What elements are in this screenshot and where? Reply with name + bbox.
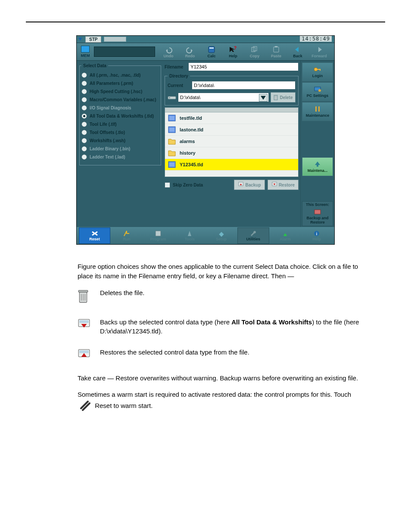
doc-restore-row: Restores the selected control data type … — [78, 348, 359, 361]
file-list-header — [165, 108, 298, 112]
svg-rect-9 — [274, 47, 279, 52]
radio-icon — [81, 146, 87, 152]
file-name: alarms — [180, 139, 195, 144]
run-icon — [122, 230, 131, 237]
pc-settings-button[interactable]: PC Settings — [302, 82, 333, 101]
backup-label: Backup — [245, 183, 261, 187]
help-pointer-icon: ? — [229, 46, 237, 53]
bottom-help-button[interactable]: i Help — [302, 228, 332, 243]
doc-warning: Take care — Restore overwrites without w… — [78, 373, 359, 383]
tools-button[interactable]: Tools — [174, 228, 205, 243]
paste-icon — [272, 46, 280, 53]
radio-all[interactable]: All (.prm, .hsc, .mac, .tld) — [81, 72, 159, 78]
alarm-label: Alarm — [280, 237, 291, 241]
chevron-down-icon — [259, 94, 268, 102]
this-screen-label: Backup and Restore — [303, 216, 332, 225]
radio-workshifts[interactable]: Workshifts (.wsh) — [81, 138, 159, 143]
program-label: Program — [150, 237, 166, 241]
radio-icon — [81, 89, 87, 94]
alarm-button[interactable]: Alarm — [270, 228, 301, 243]
app-tab-stp[interactable]: STP — [85, 36, 101, 43]
reset-slash-icon — [79, 400, 91, 413]
maintenance-button[interactable]: Maintenance — [302, 102, 333, 121]
maintenance-active-button[interactable]: Maintena... — [302, 157, 333, 176]
svg-rect-40 — [318, 106, 320, 112]
bottom-nav-bar: Reset Run Program Tools — [77, 227, 334, 244]
file-list[interactable]: testfile.tld lastone.tld alarms — [165, 107, 299, 177]
run-label: Run — [123, 237, 131, 241]
current-dir-label: Current — [168, 83, 192, 88]
radio-icon — [81, 72, 87, 78]
redo-label: Redo — [179, 54, 201, 58]
folder-icon — [168, 149, 176, 157]
file-icon — [168, 126, 176, 134]
copy-button[interactable]: Copy — [244, 45, 265, 58]
doc-backup-em: All Tool Data & Workshifts — [231, 318, 312, 326]
radio-icon — [81, 121, 87, 127]
program-button[interactable]: Program — [143, 228, 174, 243]
filename-label: Filename — [165, 65, 183, 69]
setup-button[interactable]: Setup — [206, 228, 237, 243]
list-item[interactable]: alarms — [165, 136, 298, 147]
restore-button[interactable]: Restore — [268, 180, 299, 190]
radio-icon — [81, 154, 87, 160]
this-screen-panel: This Screen: Backup and Restore — [302, 201, 333, 226]
list-item[interactable]: lastone.tld — [165, 124, 298, 136]
list-item[interactable]: testfile.tld — [165, 112, 298, 124]
help-button[interactable]: ? Help — [222, 45, 244, 58]
back-button[interactable]: Back — [287, 45, 308, 58]
radio-all-tool-data-workshifts[interactable]: All Tool Data & Workshifts (.tld) — [81, 113, 159, 119]
maintenance-label: Maintenance — [306, 113, 330, 118]
select-data-legend: Select Data — [81, 63, 108, 68]
svg-marker-41 — [315, 162, 320, 165]
paste-label: Paste — [265, 54, 287, 58]
run-button[interactable]: Run — [111, 228, 142, 243]
svg-rect-48 — [219, 232, 224, 236]
current-dir-field[interactable]: D:\x\data\ — [192, 81, 296, 90]
login-button[interactable]: Login — [302, 62, 333, 81]
document-body: Figure option choices show the ones appl… — [78, 262, 359, 413]
radio-label: Tool Life (.tlf) — [90, 122, 117, 127]
radio-high-speed-cutting[interactable]: High Speed Cutting (.hsc) — [81, 89, 159, 94]
key-icon — [313, 66, 322, 73]
list-item[interactable]: history — [165, 147, 298, 159]
drive-dropdown[interactable]: D:\x\data\ — [178, 93, 269, 102]
redo-button[interactable]: Redo — [179, 45, 201, 58]
directory-group: Directory Current D:\x\data\ D:\x\data\ — [165, 74, 299, 106]
forward-arrow-icon — [315, 46, 324, 53]
backup-button[interactable]: Backup — [234, 180, 265, 190]
reset-label: Reset — [89, 237, 100, 241]
file-name: history — [180, 150, 196, 156]
calc-button[interactable]: Calc — [201, 45, 222, 58]
system-menu-icon[interactable] — [78, 36, 84, 42]
radio-all-parameters[interactable]: All Parameters (.prm) — [81, 81, 159, 86]
file-name: testfile.tld — [180, 115, 202, 121]
reset-button[interactable]: Reset — [79, 227, 110, 244]
trash-icon — [273, 94, 278, 100]
copy-icon — [250, 46, 259, 53]
filename-input[interactable]: Y12345 — [188, 62, 299, 71]
skip-zero-checkbox[interactable] — [165, 182, 170, 188]
back-arrow-icon — [293, 46, 302, 53]
drive-dropdown-value: D:\x\data\ — [180, 95, 200, 100]
radio-tool-offsets[interactable]: Tool Offsets (.tlo) — [81, 130, 159, 135]
restore-icon — [78, 348, 93, 361]
radio-macro-common-vars[interactable]: Macro/Common Variables (.mac) — [81, 97, 159, 103]
mem-label: MEM — [77, 53, 94, 58]
mode-display-strip — [94, 47, 155, 57]
radio-label: Tool Offsets (.tlo) — [90, 130, 125, 135]
forward-button[interactable]: Forward — [308, 45, 330, 58]
radio-io-signal-diagnosis: I/O Signal Diagnosis — [81, 105, 159, 111]
utilities-button[interactable]: Utilities — [237, 227, 269, 244]
mem-icon — [81, 46, 90, 53]
delete-file-button[interactable]: Delete — [271, 92, 296, 103]
list-item-selected[interactable]: Y12345.tld — [165, 159, 298, 171]
delete-label: Delete — [280, 95, 293, 100]
svg-rect-36 — [320, 69, 321, 71]
mode-mem-button[interactable]: MEM — [77, 46, 94, 58]
restore-label: Restore — [279, 183, 295, 187]
undo-button[interactable]: Undo — [158, 45, 179, 58]
radio-tool-life[interactable]: Tool Life (.tlf) — [81, 121, 159, 127]
radio-icon — [81, 113, 87, 119]
paste-button[interactable]: Paste — [265, 45, 287, 58]
